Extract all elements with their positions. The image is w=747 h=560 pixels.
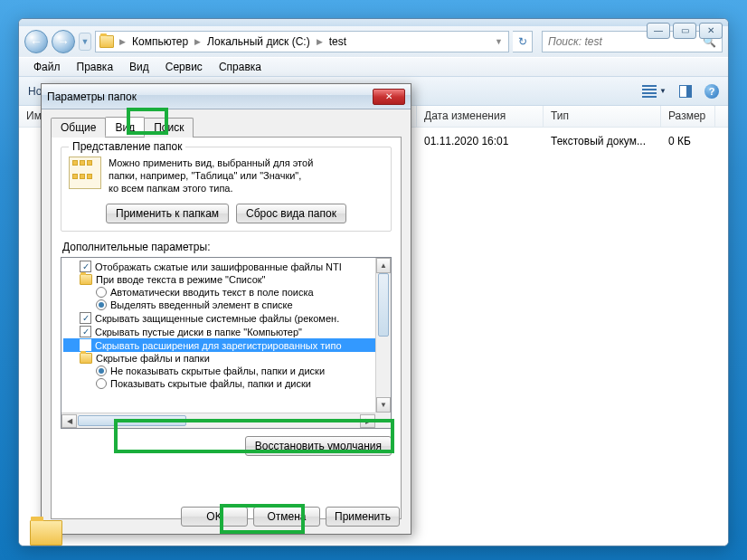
col-date[interactable]: Дата изменения [417,106,544,127]
breadcrumb-seg[interactable]: test [326,35,349,48]
view-mode-button[interactable]: ▼ [642,85,667,98]
nav-bar: ← → ▼ ▶ Компьютер ▶ Локальный диск (C:) … [19,26,728,57]
col-type[interactable]: Тип [544,106,661,127]
scroll-thumb[interactable] [378,273,389,337]
window-controls: — ▭ ✕ [647,23,723,39]
address-dropdown[interactable]: ▼ [493,37,505,46]
reset-folders-button[interactable]: Сброс вида папок [236,204,346,223]
tab-view[interactable]: Вид [105,117,145,137]
taskbar-folder-icon[interactable] [30,520,66,551]
dialog-close-button[interactable]: ✕ [373,89,405,105]
scroll-up-button[interactable]: ▲ [376,258,391,273]
menu-help[interactable]: Справка [212,59,269,75]
scroll-corner [375,413,391,428]
breadcrumb-seg[interactable]: Компьютер [129,35,191,48]
scroll-down-button[interactable]: ▼ [376,397,391,413]
scroll-thumb[interactable] [78,415,186,426]
radio[interactable] [96,378,107,389]
tree-item[interactable]: Скрытые файлы и папки [63,352,389,365]
dialog-actions: OK Отмена Применить [181,507,400,527]
tree-item[interactable]: Автоматически вводить текст в поле поиск… [63,286,389,299]
nav-forward-button[interactable]: → [52,30,75,53]
file-type: Текстовый докум... [544,133,661,149]
folder-icon [80,353,92,364]
list-icon [642,85,657,98]
nav-history-dropdown[interactable]: ▼ [79,33,91,51]
apply-to-folders-button[interactable]: Применить к папкам [106,204,229,223]
tree-item[interactable]: Скрывать пустые диски в папке "Компьютер… [63,325,389,338]
menu-view[interactable]: Вид [122,59,156,75]
col-size[interactable]: Размер [661,106,715,127]
scroll-right-button[interactable]: ▶ [360,414,375,428]
tree-item[interactable]: При вводе текста в режиме "Список" [63,273,389,286]
refresh-button[interactable]: ↻ [513,31,533,52]
checkbox[interactable] [80,339,91,351]
folder-views-icon [69,157,101,189]
menu-tools[interactable]: Сервис [158,59,210,75]
menu-file[interactable]: Файл [26,59,68,75]
chevron-icon[interactable]: ▶ [315,37,325,46]
chevron-icon[interactable]: ▶ [193,37,203,46]
folder-icon [99,35,114,48]
tab-general[interactable]: Общие [51,118,106,138]
cancel-button[interactable]: Отмена [253,507,320,527]
scroll-left-button[interactable]: ◀ [61,414,77,428]
close-button[interactable]: ✕ [699,23,723,39]
radio[interactable] [96,365,107,376]
preview-pane-button[interactable] [679,85,692,98]
tab-search[interactable]: Поиск [144,118,194,138]
checkbox[interactable] [80,261,91,272]
breadcrumb-seg[interactable]: Локальный диск (C:) [204,35,313,48]
tree-item[interactable]: Выделять введенный элемент в списке [63,299,389,311]
tree-item[interactable]: Показывать скрытые файлы, папки и диски [63,377,389,390]
minimize-button[interactable]: — [647,23,670,39]
tree-item[interactable]: Скрывать защищенные системные файлы (рек… [63,311,389,325]
pane-icon [679,85,692,98]
checkbox[interactable] [80,312,91,324]
folder-views-group: Представление папок Можно применить вид,… [61,147,392,232]
file-size: 0 КБ [661,133,715,149]
address-bar[interactable]: ▶ Компьютер ▶ Локальный диск (C:) ▶ test… [95,31,509,52]
apply-button[interactable]: Применить [326,507,400,527]
checkbox[interactable] [80,326,91,337]
menu-edit[interactable]: Правка [70,59,121,75]
horizontal-scrollbar[interactable]: ◀ ▶ [61,413,375,428]
group-legend: Представление папок [69,140,185,153]
help-icon: ? [704,84,719,99]
explorer-titlebar[interactable] [19,19,728,26]
tab-panel: Представление папок Можно применить вид,… [51,137,402,519]
dialog-titlebar[interactable]: Параметры папок ✕ [42,84,411,109]
folder-icon [80,274,92,285]
chevron-down-icon: ▼ [659,87,667,95]
maximize-button[interactable]: ▭ [673,23,696,39]
tree-item[interactable]: Не показывать скрытые файлы, папки и дис… [63,365,389,377]
radio[interactable] [96,299,107,310]
vertical-scrollbar[interactable]: ▲ ▼ [375,258,391,413]
menu-bar: Файл Правка Вид Сервис Справка [19,57,728,77]
nav-back-button[interactable]: ← [24,30,48,53]
tab-strip: Общие Вид Поиск [51,117,402,137]
restore-defaults-button[interactable]: Восстановить умолчания [245,436,392,456]
file-date: 01.11.2020 16:01 [417,133,544,149]
advanced-settings-tree[interactable]: Отображать сжатые или зашифрованные файл… [61,257,392,429]
radio[interactable] [96,287,107,298]
advanced-settings-label: Дополнительные параметры: [62,241,392,253]
tree-item[interactable]: Отображать сжатые или зашифрованные файл… [63,260,389,273]
dialog-title: Параметры папок [47,90,137,103]
chevron-icon[interactable]: ▶ [118,37,128,46]
group-text: Можно применить вид, выбранный для этой … [109,157,383,195]
help-button[interactable]: ? [704,84,719,99]
folder-options-dialog: Параметры папок ✕ Общие Вид Поиск Предст… [41,83,411,535]
ok-button[interactable]: OK [181,507,248,527]
tree-item-selected[interactable]: Скрывать расширения для зарегистрированн… [63,338,389,352]
